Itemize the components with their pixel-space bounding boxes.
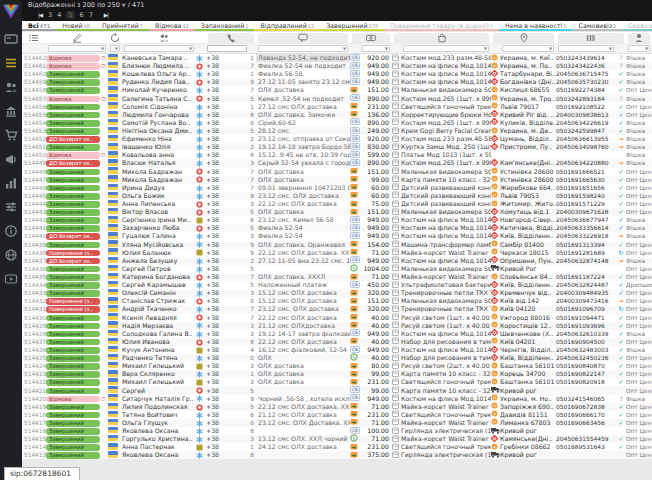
call-source-cell[interactable]: [196, 378, 206, 386]
address-cell[interactable]: Татарбунари, Ві..: [500, 70, 556, 78]
status-filter-select[interactable]: ▼: [48, 45, 106, 52]
status-badge[interactable]: Завершений: [46, 274, 100, 281]
order-id-cell[interactable]: 514422: [22, 378, 46, 386]
tab-Повернення товару (в дорозі)[interactable]: Повернення товару (в дорозі)0: [384, 21, 499, 31]
tab-Новий[interactable]: Новий48: [56, 21, 96, 31]
client-name-cell[interactable]: Вера Скляренко: [122, 370, 196, 378]
product-cell[interactable]: Костюм на флисе Мод.1014 (1ш...: [401, 62, 491, 70]
dashboard-icon[interactable]: [4, 31, 18, 45]
status-cell[interactable]: Завершений: [46, 330, 108, 338]
call-source-cell[interactable]: [196, 338, 206, 346]
order-id-cell[interactable]: 514462: [22, 54, 46, 62]
comment-cell[interactable]: 27.12 11-05 вна 23.12 смс. 19...: [256, 257, 350, 265]
order-id-cell[interactable]: 514447: [22, 176, 46, 184]
order-row[interactable]: 514442ЗавершенийСергіюнко Ірина Ми..+386…: [22, 216, 652, 224]
client-name-cell[interactable]: Михаил Гилецький: [122, 378, 196, 386]
order-id-cell[interactable]: 514416: [22, 427, 46, 435]
client-name-cell[interactable]: Ольга Божик: [122, 192, 196, 200]
comment-cell[interactable]: 27.12 11-05 занято 23.12 смс. ..: [256, 78, 350, 86]
address-cell[interactable]: Запоріжжя 690..: [500, 403, 556, 411]
call-source-cell[interactable]: [196, 119, 206, 127]
address-cell[interactable]: Київ, Відділенн..: [500, 281, 556, 289]
status-badge[interactable]: Завершений: [46, 363, 100, 370]
address-cell[interactable]: Кам'янське(Дні..: [500, 159, 556, 167]
status-cell[interactable]: Повернення (з..: [46, 249, 108, 257]
address-cell[interactable]: Корець 34700: [500, 370, 556, 378]
comment-cell[interactable]: ОЛХ доставка: [256, 362, 350, 370]
order-id-cell[interactable]: 514442: [22, 216, 46, 224]
phone-cell[interactable]: +38: [206, 208, 248, 216]
order-id-cell[interactable]: 514418: [22, 411, 46, 419]
client-name-cell[interactable]: Солодкова Галина В..: [122, 330, 196, 338]
statistics-chart-icon[interactable]: [4, 175, 18, 189]
comment-cell[interactable]: 23.12 смс. ОЛХ Доставка. ХХХ...: [256, 419, 350, 427]
client-name-cell[interactable]: Салегина Татьяна С..: [122, 95, 196, 103]
product-cell[interactable]: Костюм мод.233 разм.48-58 (1...: [401, 54, 491, 62]
client-name-cell[interactable]: Анна Липенська: [122, 200, 196, 208]
product-cell[interactable]: Детский развивающий констру...: [401, 200, 491, 208]
client-name-cell[interactable]: Сергей Карамышев: [122, 281, 196, 289]
ttn-cell[interactable]: 20450636677947: [556, 216, 616, 224]
product-cell[interactable]: Рисуй светом (2шт. х 40.00 = 80...: [401, 362, 491, 370]
comment-cell[interactable]: ОЛХ доставка: [256, 176, 350, 184]
order-row[interactable]: 514440ДО Возврат ок..Гуцалюк Галина+383Ф…: [22, 232, 652, 240]
phone-cell[interactable]: +38: [206, 378, 248, 386]
client-name-cell[interactable]: Радченко Тетяна: [122, 354, 196, 362]
ttn-cell[interactable]: 20450632874148: [556, 257, 616, 265]
tab-Відправлений[interactable]: Відправлений12: [254, 21, 320, 31]
comment-cell[interactable]: ОЛХ доставка: [256, 208, 350, 216]
phone-cell[interactable]: +38: [206, 111, 248, 119]
order-id-cell[interactable]: 514440: [22, 232, 46, 240]
address-cell[interactable]: Богданівка (Дні..: [500, 78, 556, 86]
product-cell[interactable]: Майка-корсет Waist Trainer *142...: [401, 403, 491, 411]
comment-cell[interactable]: 23.12 смс. ОЛХ доставка: [256, 192, 350, 200]
call-source-cell[interactable]: [196, 127, 206, 135]
status-badge[interactable]: Завершений: [46, 388, 100, 395]
client-name-cell[interactable]: Яковлева Оксана: [122, 427, 196, 435]
phone-cell[interactable]: +38: [206, 135, 248, 143]
product-cell[interactable]: Костюм мод.233 разм.48-58 (1...: [401, 135, 491, 143]
order-id-cell[interactable]: 514455: [22, 111, 46, 119]
order-row[interactable]: 514446ЗавершенийИрина Дидух+38709.01 зве…: [22, 184, 652, 192]
call-source-cell[interactable]: [196, 192, 206, 200]
phone-cell[interactable]: +38: [206, 168, 248, 176]
order-row[interactable]: 514439ЗавершенийУляна Мусійовська+389ОЛХ…: [22, 241, 652, 249]
status-badge[interactable]: ДО Возврат ок..: [46, 233, 100, 240]
comment-cell[interactable]: 22.12 смс ОЛХ доставка. ХХХЛ: [256, 403, 350, 411]
status-cell[interactable]: Завершений: [46, 70, 108, 78]
address-cell[interactable]: Чернігів, Відділ..: [500, 346, 556, 354]
address-cell[interactable]: Камянське(Дні..: [500, 435, 556, 443]
status-cell[interactable]: Завершений: [46, 216, 108, 224]
product-cell[interactable]: Гирлянда электрическая (100 л...: [401, 451, 491, 459]
phone-cell[interactable]: +38: [206, 451, 248, 459]
order-id-cell[interactable]: 514431: [22, 305, 46, 313]
country-filter-select[interactable]: ▼: [110, 45, 120, 52]
product-cell[interactable]: Ультрафиолетовая бактерицид...: [401, 281, 491, 289]
status-cell[interactable]: Відмова∅: [46, 95, 108, 103]
call-source-cell[interactable]: [196, 362, 206, 370]
ttn-cell[interactable]: 0501691666521: [556, 168, 616, 176]
status-cell[interactable]: Повернення (з..: [46, 297, 108, 305]
call-source-cell[interactable]: [196, 224, 206, 232]
ttn-cell[interactable]: 0503242599847: [556, 127, 616, 135]
call-source-cell[interactable]: [196, 135, 206, 143]
phone-cell[interactable]: +38: [206, 411, 248, 419]
client-name-cell[interactable]: Іващенко Юлія: [122, 143, 196, 151]
status-badge[interactable]: Завершений: [46, 444, 100, 451]
client-icon[interactable]: [122, 32, 206, 43]
products-icon[interactable]: [394, 33, 489, 43]
status-cell[interactable]: Завершений: [46, 289, 108, 297]
address-cell[interactable]: Кривой рог: [500, 451, 556, 459]
product-cell[interactable]: Тренировочные петли TRX Train...: [401, 305, 491, 313]
comment-cell[interactable]: ОЛХ доставка. ХХХЛ: [256, 273, 350, 281]
phone-cell[interactable]: +38: [206, 305, 248, 313]
status-badge[interactable]: Завершений: [46, 290, 100, 297]
order-id-cell[interactable]: 514458: [22, 86, 46, 94]
status-cell[interactable]: Завершений: [46, 314, 108, 322]
order-id-icon[interactable]: [22, 32, 46, 43]
product-cell[interactable]: Майка-корсет Waist Trainer *142...: [401, 249, 491, 257]
address-cell[interactable]: Кривой рог: [500, 387, 556, 395]
ttn-cell[interactable]: 0501690840870: [556, 362, 616, 370]
tab-Завершений[interactable]: Завершений278: [320, 21, 384, 31]
marketing-megaphone-icon[interactable]: [4, 151, 18, 165]
